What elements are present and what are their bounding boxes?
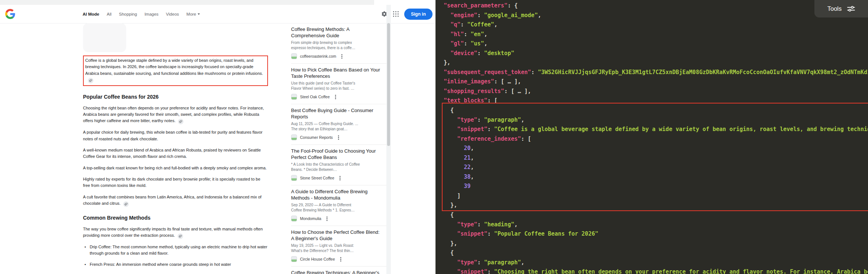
- more-options-icon[interactable]: [341, 56, 342, 57]
- source-site-name: Circle House Coffee: [300, 257, 335, 261]
- code-line: },: [437, 201, 868, 210]
- code-line: "inline_images": [ … ],: [437, 77, 868, 87]
- code-line: 21,: [437, 153, 868, 163]
- google-logo[interactable]: [5, 9, 15, 19]
- source-site-name: Stone Street Coffee: [300, 176, 334, 180]
- bullet-text: French Press: An immersion method where …: [90, 261, 231, 268]
- sources-sidebar: Coffee Brewing Methods: A Comprehensive …: [291, 23, 387, 274]
- intro-paragraph-text: Coffee is a global beverage staple defin…: [85, 58, 263, 76]
- tab-label: Images: [144, 12, 159, 16]
- scrolled-searchbox-edge: [0, 0, 374, 5]
- code-line: {: [437, 210, 868, 220]
- section-heading: Popular Coffee Beans for 2026: [83, 94, 268, 100]
- source-card[interactable]: How to Choose the Perfect Coffee Blend: …: [291, 226, 387, 267]
- google-apps-icon[interactable]: [393, 11, 399, 17]
- source-card-title[interactable]: How to Choose the Perfect Coffee Blend: …: [291, 229, 380, 242]
- bullet-marker: •: [83, 244, 90, 257]
- site-favicon: [291, 94, 297, 100]
- more-options-icon[interactable]: [338, 137, 339, 138]
- citation-link-icon[interactable]: [178, 119, 184, 124]
- code-line: 20,: [437, 144, 868, 153]
- code-line: 22,: [437, 163, 868, 172]
- site-favicon: [291, 134, 297, 140]
- more-options-icon[interactable]: [339, 178, 341, 179]
- code-line: "shopping_results": [ … ],: [437, 87, 868, 96]
- source-card[interactable]: The Fool-Proof Guide to Choosing Your Pe…: [291, 145, 387, 185]
- paragraph-text: A popular choice for daily brewing, this…: [83, 130, 262, 141]
- code-line: "snippet": "Coffee is a global beverage …: [437, 125, 868, 134]
- ai-answer-column: Coffee is a global beverage staple defin…: [83, 23, 268, 272]
- code-line: "snippet": "Choosing the right bean ofte…: [437, 267, 868, 274]
- paragraph-text: Choosing the right bean often depends on…: [83, 106, 264, 123]
- code-line: "gl": "us",: [437, 39, 868, 49]
- answer-paragraph: Highly rated by experts for its dark cho…: [83, 176, 268, 189]
- source-card[interactable]: Coffee Brewing Methods: A Comprehensive …: [291, 23, 387, 64]
- citation-link-icon[interactable]: [123, 201, 129, 207]
- tab-label: More: [186, 12, 196, 16]
- source-card-snippet: May 19, 2025 — Light vs. Dark Roast: Wha…: [291, 243, 363, 254]
- source-site-name: coffeeroasterink.com: [300, 54, 336, 58]
- tab-images[interactable]: Images: [144, 12, 159, 16]
- code-line: },: [437, 58, 868, 68]
- source-site-name: Mondomulia: [300, 216, 321, 221]
- code-line: "reference_indexes": [: [437, 134, 868, 144]
- code-line: "hl": "en",: [437, 30, 868, 39]
- intro-paragraph-annotated: Coffee is a global beverage staple defin…: [83, 55, 268, 86]
- code-editor: "search_parameters": { "engine": "google…: [437, 1, 868, 274]
- tab-shopping[interactable]: Shopping: [119, 12, 137, 16]
- sign-in-button[interactable]: Sign in: [404, 9, 433, 20]
- code-line: "subsequent_request_token": "3WS2GHicRVJ…: [437, 68, 868, 77]
- source-card-title[interactable]: Coffee Brewing Methods: A Comprehensive …: [291, 26, 380, 39]
- section-heading: Common Brewing Methods: [83, 215, 268, 221]
- tab-more[interactable]: More: [186, 12, 200, 16]
- code-line: "search_parameters": {: [437, 1, 868, 11]
- search-header: [0, 5, 435, 23]
- tools-button[interactable]: Tools: [814, 0, 868, 17]
- more-options-icon[interactable]: [326, 218, 328, 219]
- source-site-name: Steel Oak Coffee: [300, 95, 330, 99]
- source-card-title[interactable]: Coffee Brewing Techniques: A Beginner's …: [291, 270, 380, 274]
- answer-paragraph: The way you brew coffee significantly im…: [83, 226, 268, 239]
- code-line: "type": "paragraph",: [437, 115, 868, 125]
- source-card[interactable]: Best Coffee Buying Guide - Consumer Repo…: [291, 104, 387, 145]
- paragraph-text: A cult favorite that combines beans from…: [83, 195, 261, 206]
- answer-paragraph: A cult favorite that combines beans from…: [83, 194, 268, 207]
- source-card-attribution: Stone Street Coffee: [291, 175, 387, 181]
- source-card[interactable]: A Guide to Different Coffee Brewing Meth…: [291, 185, 387, 226]
- site-favicon: [291, 53, 297, 59]
- code-line: "type": "heading",: [437, 220, 868, 230]
- answer-sections: Popular Coffee Beans for 2026Choosing th…: [83, 94, 268, 268]
- page-scrollbar[interactable]: [386, 5, 391, 274]
- image-thumbnail-placeholder[interactable]: [83, 23, 126, 52]
- paragraph-text: The way you brew coffee significantly im…: [83, 227, 263, 238]
- bullet-item: •Drip Coffee: The most common home metho…: [83, 244, 268, 257]
- bullet-marker: •: [83, 261, 90, 268]
- answer-paragraph: A popular choice for daily brewing, this…: [83, 129, 268, 142]
- code-line: "text_blocks": [: [437, 96, 868, 106]
- more-options-icon[interactable]: [340, 259, 341, 260]
- tab-all[interactable]: All: [107, 12, 112, 16]
- source-card-title[interactable]: The Fool-Proof Guide to Choosing Your Pe…: [291, 148, 380, 160]
- more-options-icon[interactable]: [335, 96, 336, 98]
- code-line: "type": "paragraph",: [437, 258, 868, 268]
- code-line: ]: [437, 191, 868, 201]
- tools-label: Tools: [827, 5, 842, 12]
- tab-videos[interactable]: Videos: [166, 12, 179, 16]
- code-line: "snippet": "Popular Coffee Beans for 202…: [437, 229, 868, 239]
- source-site-name: Consumer Reports: [300, 135, 333, 140]
- source-card-title[interactable]: Best Coffee Buying Guide - Consumer Repo…: [291, 108, 380, 120]
- code-line: 39: [437, 182, 868, 191]
- citation-link-icon[interactable]: [178, 233, 183, 239]
- site-favicon: [291, 256, 297, 262]
- source-card-title[interactable]: How to Pick Coffee Beans Based on Your T…: [291, 67, 380, 79]
- citation-link-icon[interactable]: [88, 78, 93, 83]
- source-card[interactable]: Coffee Brewing Techniques: A Beginner's …: [291, 267, 387, 274]
- answer-paragraph: A well-known medium roast blend of Arabi…: [83, 147, 268, 160]
- scrollbar-thumb[interactable]: [387, 23, 390, 146]
- source-card-title[interactable]: A Guide to Different Coffee Brewing Meth…: [291, 189, 380, 201]
- json-output-panel[interactable]: "search_parameters": { "engine": "google…: [435, 0, 868, 274]
- tab-ai-mode[interactable]: AI Mode: [83, 12, 99, 16]
- source-card[interactable]: How to Pick Coffee Beans Based on Your T…: [291, 64, 387, 104]
- source-card-attribution: Steel Oak Coffee: [291, 94, 387, 100]
- sliders-icon: [847, 6, 855, 12]
